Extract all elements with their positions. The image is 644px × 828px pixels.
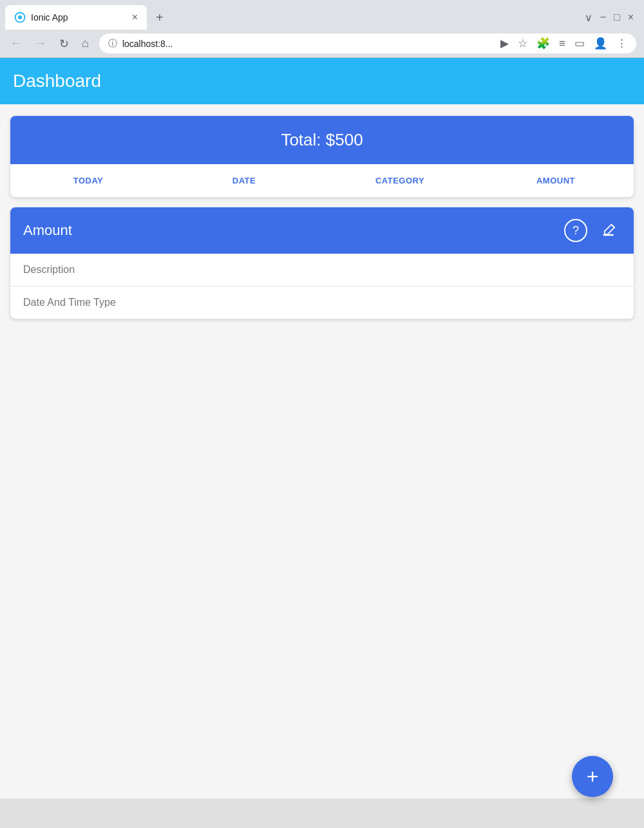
- close-window-icon[interactable]: ×: [628, 12, 634, 23]
- dropdown-icon[interactable]: ∨: [585, 12, 592, 24]
- expense-card-actions: ?: [564, 219, 621, 242]
- fab-add-button[interactable]: +: [572, 756, 613, 797]
- tab-bar: Ionic App × + ∨ − □ ×: [0, 0, 644, 30]
- tab-category[interactable]: CATEGORY: [322, 171, 478, 191]
- puzzle-icon[interactable]: 🧩: [536, 37, 550, 50]
- browser-tab[interactable]: Ionic App ×: [5, 5, 147, 30]
- expense-card-body: Description Date And Time Type: [10, 254, 634, 319]
- address-actions: ▶ ☆ 🧩 ≡ ▭ 👤 ⋮: [500, 37, 627, 50]
- expense-card: Amount ? Description Date: [10, 207, 634, 319]
- address-input-wrap[interactable]: ⓘ localhost:8... ▶ ☆ 🧩 ≡ ▭ 👤 ⋮: [99, 33, 636, 53]
- refresh-button[interactable]: ↻: [57, 34, 71, 53]
- description-field: Description: [10, 254, 634, 287]
- expense-card-title: Amount: [23, 222, 72, 239]
- app-title: Dashboard: [13, 71, 101, 91]
- expense-card-header: Amount ?: [10, 207, 634, 254]
- tab-today[interactable]: TODAY: [10, 171, 166, 191]
- home-button[interactable]: ⌂: [79, 34, 91, 53]
- tab-date[interactable]: DATE: [166, 171, 322, 191]
- svg-point-1: [18, 15, 22, 19]
- total-display: Total: $500: [10, 116, 634, 164]
- browser-chrome: Ionic App × + ∨ − □ × ← → ↻ ⌂ ⓘ localhos…: [0, 0, 644, 58]
- help-button[interactable]: ?: [564, 219, 587, 242]
- info-icon: ⓘ: [108, 38, 117, 50]
- app-content: Total: $500 TODAY DATE CATEGORY AMOUNT A…: [0, 104, 644, 330]
- tab-close-button[interactable]: ×: [132, 12, 138, 23]
- ionic-favicon: [14, 12, 26, 23]
- app-wrapper: Dashboard Total: $500 TODAY DATE CATEGOR…: [0, 58, 644, 798]
- maximize-icon[interactable]: □: [614, 12, 620, 23]
- tab-title: Ionic App: [31, 12, 127, 23]
- date-time-type-field: Date And Time Type: [10, 287, 634, 319]
- help-icon: ?: [573, 224, 579, 238]
- forward-button[interactable]: →: [32, 34, 49, 53]
- summary-card: Total: $500 TODAY DATE CATEGORY AMOUNT: [10, 116, 634, 197]
- star-icon[interactable]: ☆: [518, 37, 527, 50]
- menu-icon[interactable]: ⋮: [616, 37, 627, 50]
- edit-button[interactable]: [599, 220, 621, 241]
- sidebar-icon[interactable]: ▭: [574, 37, 585, 50]
- summary-tabs: TODAY DATE CATEGORY AMOUNT: [10, 164, 634, 197]
- back-button[interactable]: ←: [8, 34, 24, 53]
- edit-icon: [601, 221, 619, 240]
- playlist-icon[interactable]: ≡: [559, 37, 565, 50]
- tab-amount[interactable]: AMOUNT: [478, 171, 634, 191]
- app-header: Dashboard: [0, 58, 644, 104]
- address-bar: ← → ↻ ⌂ ⓘ localhost:8... ▶ ☆ 🧩 ≡ ▭ 👤 ⋮: [0, 30, 644, 57]
- window-controls: ∨ − □ ×: [585, 12, 639, 24]
- new-tab-button[interactable]: +: [149, 7, 170, 28]
- address-url: localhost:8...: [122, 39, 495, 49]
- profile-icon[interactable]: 👤: [594, 37, 607, 50]
- send-icon[interactable]: ▶: [500, 37, 509, 50]
- minimize-icon[interactable]: −: [600, 12, 606, 23]
